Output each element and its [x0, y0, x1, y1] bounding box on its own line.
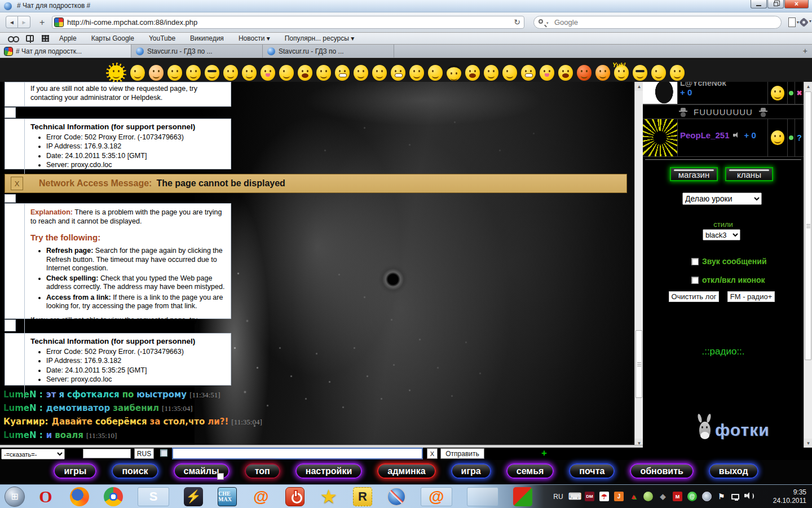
chat-username[interactable]: LumeN :: [3, 389, 43, 400]
lang-button[interactable]: RUS: [134, 448, 154, 459]
nav-button[interactable]: поиск: [112, 463, 158, 479]
chat-username[interactable]: Куагмир:: [3, 417, 48, 427]
sound-checkbox[interactable]: [691, 258, 699, 265]
taskbar-clock[interactable]: 9:35 24.10.2011: [767, 488, 806, 505]
search-input[interactable]: [553, 16, 767, 28]
nav-button[interactable]: почта: [569, 463, 615, 479]
user-karma[interactable]: + 0: [680, 87, 765, 97]
smiley-icon[interactable]: [521, 65, 536, 81]
scroll-thumb[interactable]: [636, 330, 642, 398]
scroll-up-arrow[interactable]: ▲: [804, 82, 812, 91]
gear-icon[interactable]: [800, 19, 807, 26]
username[interactable]: L@YcheNok: [680, 82, 765, 87]
speaker-icon[interactable]: [733, 132, 740, 138]
smiley-icon[interactable]: [540, 65, 554, 81]
diamond-icon[interactable]: ◆: [658, 492, 668, 501]
smiley-icon[interactable]: [447, 65, 461, 81]
star-icon[interactable]: ★: [319, 487, 338, 506]
chrome-icon[interactable]: [104, 487, 123, 506]
chat-scrollbar[interactable]: ▲ ▼: [634, 82, 643, 448]
timer-icon[interactable]: [702, 492, 712, 501]
smiley-icon[interactable]: [279, 65, 294, 81]
keyboard-icon[interactable]: ⌨: [570, 492, 580, 501]
user-karma[interactable]: + 0: [744, 130, 756, 140]
browser-tab[interactable]: # Чат для подростк...: [0, 45, 131, 58]
back-button[interactable]: ◄: [6, 16, 18, 28]
mood-smiley-icon[interactable]: [771, 86, 784, 100]
safari-window-icon[interactable]: [467, 487, 498, 506]
user-avatar[interactable]: [643, 119, 678, 156]
clans-button[interactable]: кланы: [725, 167, 773, 181]
restore-button[interactable]: [767, 0, 784, 8]
java-icon[interactable]: J: [614, 492, 624, 501]
adobe-icon[interactable]: M: [673, 492, 682, 501]
search-dropdown-icon[interactable]: ▾: [546, 21, 549, 25]
avira-icon[interactable]: ☂: [599, 492, 609, 501]
bookmark-item[interactable]: Карты Google: [91, 34, 134, 42]
smiley-icon[interactable]: [298, 65, 312, 81]
fm-radio-button[interactable]: FM - радио+: [727, 291, 775, 302]
status-select[interactable]: Делаю уроки: [682, 192, 762, 205]
top-sites-grid-icon[interactable]: [42, 35, 49, 42]
smiley-icon[interactable]: [502, 65, 517, 81]
style-select[interactable]: black3: [703, 229, 740, 240]
clear-log-button[interactable]: Очистить лог: [669, 291, 719, 302]
shop-button[interactable]: магазин: [670, 167, 718, 181]
chat-username[interactable]: LumeN :: [3, 403, 43, 413]
bookmark-item[interactable]: Популярн... ресурсы ▾: [285, 34, 355, 42]
opera-icon[interactable]: O: [36, 487, 55, 506]
minimize-button[interactable]: [751, 0, 767, 8]
smiley-icon[interactable]: [242, 65, 257, 81]
browser-tab[interactable]: Stavcur.ru - ГДЗ по ...: [263, 45, 394, 58]
clear-input-button[interactable]: X: [427, 448, 438, 459]
network-icon[interactable]: [731, 494, 739, 500]
smiley-icon[interactable]: [261, 65, 275, 81]
address-bar[interactable]: ↻: [52, 16, 524, 29]
reload-icon[interactable]: ↻: [514, 17, 520, 27]
smiley-icon[interactable]: [465, 65, 480, 81]
bookmark-item[interactable]: Википедия: [190, 34, 224, 42]
nav-button[interactable]: топ: [245, 463, 280, 479]
comodo-icon[interactable]: [643, 492, 653, 501]
new-tab-button[interactable]: +: [39, 17, 45, 28]
forward-button[interactable]: ►: [18, 16, 30, 28]
icons-checkbox[interactable]: [691, 277, 699, 284]
smiley-icon[interactable]: [670, 65, 685, 81]
close-button[interactable]: ×: [784, 0, 809, 8]
smiley-icon[interactable]: [428, 65, 443, 81]
help-question-icon[interactable]: ?: [797, 133, 802, 142]
smiley-icon[interactable]: [149, 65, 164, 81]
say-mode-select[interactable]: -=сказать=-: [1, 449, 65, 459]
media-icon[interactable]: [513, 487, 532, 506]
smiley-icon[interactable]: [130, 65, 145, 81]
url-input[interactable]: [66, 16, 500, 28]
download-master-icon[interactable]: DM: [585, 492, 594, 501]
nav-button[interactable]: игры: [54, 463, 96, 479]
add-tab-button[interactable]: +: [803, 46, 807, 55]
photos-logo[interactable]: фотки: [688, 416, 789, 445]
scroll-up-arrow[interactable]: ▲: [635, 82, 643, 91]
volume-icon[interactable]: [744, 492, 754, 501]
input-checkbox[interactable]: [160, 449, 167, 457]
firefox-icon[interactable]: [70, 487, 89, 506]
message-input[interactable]: [172, 448, 423, 459]
smiley-icon[interactable]: [106, 63, 126, 83]
scroll-down-arrow[interactable]: ▼: [804, 439, 812, 448]
smiley-icon[interactable]: [595, 65, 610, 81]
nav-checkbox[interactable]: [217, 473, 224, 480]
scroll-thumb[interactable]: [805, 91, 811, 360]
nav-button[interactable]: семья: [506, 463, 554, 479]
nav-button[interactable]: игра: [451, 463, 491, 479]
bookmarks-book-icon[interactable]: [26, 35, 34, 42]
smiley-icon[interactable]: [651, 65, 666, 81]
rocketdock-icon[interactable]: R: [353, 487, 372, 506]
mail-agent-icon[interactable]: @: [687, 492, 697, 501]
skype-icon[interactable]: S: [138, 487, 169, 506]
smiley-icon[interactable]: [484, 65, 498, 81]
safari-icon[interactable]: [387, 487, 406, 506]
search-bar[interactable]: ▾: [533, 16, 782, 29]
smiley-icon[interactable]: [577, 65, 592, 81]
smiley-icon[interactable]: [167, 65, 182, 81]
smiley-icon[interactable]: [372, 65, 387, 81]
smiley-icon[interactable]: [558, 65, 573, 81]
